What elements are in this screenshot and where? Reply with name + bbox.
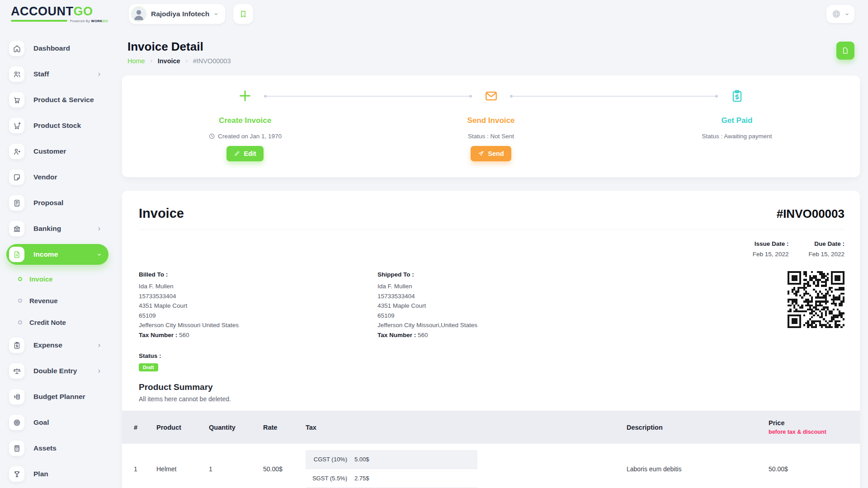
sidebar-item-product-service[interactable]: Product & Service (6, 89, 108, 110)
user-plus-icon (9, 144, 24, 159)
invoice-card: Invoice #INVO00003 Issue Date : Feb 15, … (122, 191, 860, 488)
address-line: 15733533404 (377, 291, 616, 301)
chevron-down-icon (213, 11, 219, 17)
step-connector (265, 96, 471, 97)
bullet-icon (18, 277, 22, 281)
note-icon (9, 169, 24, 185)
send-invoice-button[interactable]: Send (471, 146, 511, 161)
sidebar-item-label: Proposal (33, 199, 63, 207)
breadcrumb-item-2: #INVO00003 (193, 57, 231, 65)
sidebar-item-expense[interactable]: Expense (6, 335, 108, 356)
sidebar-item-dashboard[interactable]: Dashboard (6, 38, 108, 59)
price-subheader: before tax & discount (769, 429, 856, 435)
clipboard-dollar-icon (9, 338, 24, 353)
address-line: 4351 Maple Court (139, 301, 377, 311)
invoice-export-button[interactable] (836, 42, 854, 60)
step-connector (511, 96, 717, 97)
scale-icon (9, 363, 24, 379)
invoice-items-table: #ProductQuantityRateTaxDescriptionPriceb… (122, 411, 860, 488)
bookmark-icon (239, 9, 248, 19)
sidebar-item-label: Plan (33, 470, 48, 478)
column-header-quantity: Quantity (205, 411, 259, 444)
chevron-right-icon (149, 59, 154, 63)
sidebar: DashboardStaffProduct & ServiceProduct S… (0, 28, 114, 488)
calculator-icon (9, 441, 24, 456)
divider (139, 229, 844, 230)
sidebar-item-plan[interactable]: Plan (6, 464, 108, 484)
breadcrumb: HomeInvoice#INVO00003 (127, 57, 231, 65)
address-line: 15733533404 (139, 291, 377, 301)
logo-underline (11, 20, 67, 22)
breadcrumb-item-1[interactable]: Invoice (158, 57, 180, 65)
invoice-status: Status : Draft (122, 352, 860, 371)
sidebar-item-label: Expense (33, 341, 62, 349)
step-status: Status : Awaiting payment (614, 133, 860, 140)
step-create-invoice: Create Invoice Created on Jan 1, 1970 Ed… (122, 75, 368, 177)
breadcrumb-item-0[interactable]: Home (127, 57, 145, 65)
sidebar-item-customer[interactable]: Customer (6, 141, 108, 162)
chevron-down-icon (844, 12, 849, 17)
sidebar-item-credit-note[interactable]: Credit Note (18, 313, 108, 331)
sidebar-item-vendor[interactable]: Vendor (6, 167, 108, 188)
sidebar-item-product-stock[interactable]: Product Stock (6, 115, 108, 136)
clock-icon (208, 133, 215, 140)
qr-code (788, 271, 844, 328)
item-description: Laboris eum debitis (623, 444, 763, 488)
sidebar-item-label: Banking (33, 225, 61, 233)
sidebar-item-banking[interactable]: Banking (6, 218, 108, 239)
bullet-icon (18, 320, 22, 324)
sidebar-item-label: Product Stock (33, 122, 81, 130)
cart-icon (9, 92, 24, 108)
address-line: Jefferson City Missouri,United States (377, 320, 616, 330)
address-line: Ida F. Mullen (377, 282, 616, 291)
sidebar-item-assets[interactable]: Assets (6, 438, 108, 459)
sidebar-item-label: Double Entry (33, 367, 77, 375)
bookmark-button[interactable] (233, 4, 253, 24)
item-taxes: CGST (10%)5.00$SGST (5.5%)2.75$ (304, 444, 623, 488)
app-logo[interactable]: ACCOUNTGO Powered By WORKDO (11, 5, 108, 23)
file-icon (9, 247, 24, 262)
item-product: Helmet (153, 444, 205, 488)
invoice-number: #INVO00003 (777, 207, 844, 221)
sidebar-item-staff[interactable]: Staff (6, 64, 108, 84)
due-date: Due Date : Feb 15, 2022 (808, 240, 844, 258)
sidebar-item-income[interactable]: Income (6, 244, 108, 265)
sidebar-item-label: Dashboard (33, 44, 70, 52)
company-name: Rajodiya Infotech (151, 10, 209, 18)
issue-date: Issue Date : Feb 15, 2022 (753, 240, 789, 258)
step-title: Get Paid (614, 116, 860, 125)
sidebar-item-label: Goal (33, 418, 49, 427)
item-rate: 50.00$ (259, 444, 304, 488)
sidebar-item-invoice[interactable]: Invoice (18, 270, 108, 288)
language-selector[interactable] (826, 5, 854, 23)
sidebar-item-budget-planner[interactable]: Budget Planner (6, 386, 108, 407)
step-status: Created on Jan 1, 1970 (122, 133, 368, 140)
workspace-switcher[interactable]: Rajodiya Infotech (129, 4, 225, 24)
bullet-icon (18, 299, 22, 303)
sidebar-item-revenue[interactable]: Revenue (18, 291, 108, 310)
item-quantity: 1 (205, 444, 259, 488)
sidebar-item-label: Product & Service (33, 96, 94, 104)
receipt-icon (9, 195, 24, 211)
address-line: 65109 (139, 311, 377, 321)
sidebar-item-double-entry[interactable]: Double Entry (6, 361, 108, 381)
sidebar-item-proposal[interactable]: Proposal (6, 192, 108, 213)
paper-plane-icon (478, 150, 484, 157)
chevron-right-icon (96, 368, 102, 374)
chevron-right-icon (184, 59, 189, 63)
address-line: Jefferson City Missouri United States (139, 320, 377, 330)
step-title: Create Invoice (122, 116, 368, 125)
main-content: Invoice Detail HomeInvoice#INVO00003 Cre… (114, 28, 868, 488)
globe-icon (831, 9, 841, 19)
sidebar-item-label: Customer (33, 147, 66, 155)
invoice-progress-card: Create Invoice Created on Jan 1, 1970 Ed… (122, 75, 860, 177)
home-icon (9, 41, 24, 56)
step-send-invoice: Send Invoice Status : Not Sent Send (368, 75, 614, 177)
coins-icon (9, 389, 24, 404)
chevron-right-icon (96, 71, 102, 77)
invoice-item-row: 1Helmet150.00$CGST (10%)5.00$SGST (5.5%)… (122, 444, 860, 488)
sidebar-item-goal[interactable]: Goal (6, 412, 108, 433)
sidebar-item-label: Assets (33, 444, 57, 452)
edit-invoice-button[interactable]: Edit (226, 146, 263, 161)
cart-plus-icon (9, 118, 24, 133)
